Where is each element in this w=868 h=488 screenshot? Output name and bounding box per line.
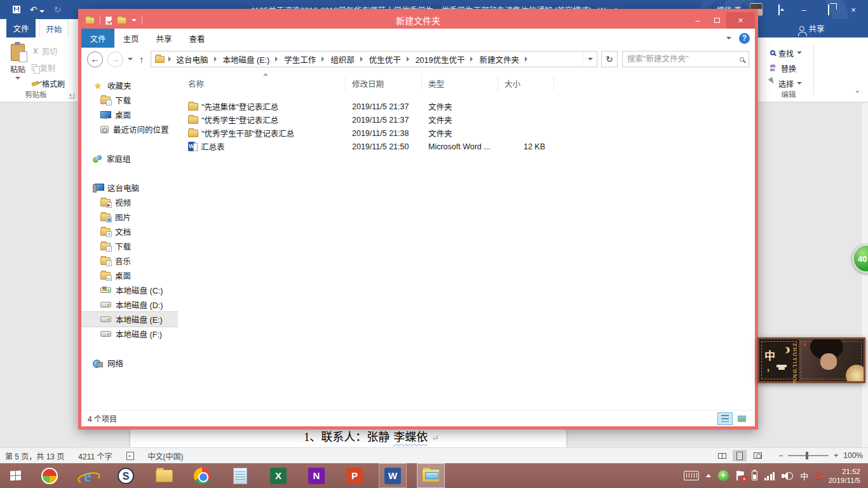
page-indicator[interactable]: 第 5 页，共 13 页 <box>5 451 64 461</box>
search-box[interactable] <box>622 51 749 67</box>
taskbar-onenote[interactable] <box>302 463 330 488</box>
start-button[interactable] <box>0 463 31 488</box>
360-safety-icon[interactable] <box>718 470 729 481</box>
column-type[interactable]: 类型 <box>422 76 498 91</box>
paste-button[interactable]: 粘贴 <box>6 43 29 96</box>
new-folder-icon[interactable] <box>117 17 126 24</box>
breadcrumb-yousheng[interactable]: 优生优干 <box>367 51 412 67</box>
sidebar-item-recent-places[interactable]: 最近访问的位置 <box>81 122 178 137</box>
explorer-close-button[interactable]: × <box>726 12 755 29</box>
replace-button[interactable]: 替换 <box>770 62 796 74</box>
details-view-button[interactable] <box>718 413 732 424</box>
taskbar-chrome[interactable] <box>188 463 216 488</box>
find-button[interactable]: 查找 <box>770 46 802 59</box>
explorer-tab-view[interactable]: 查看 <box>180 29 214 48</box>
breadcrumb-student-work[interactable]: 学生工作 <box>281 51 327 67</box>
touch-keyboard-icon[interactable] <box>684 471 699 480</box>
word-tab-home[interactable]: 开始 <box>39 19 69 37</box>
word-count[interactable]: 4211 个字 <box>78 451 112 461</box>
zoom-in-button[interactable]: + <box>834 451 838 460</box>
explorer-tab-share[interactable]: 共享 <box>147 29 180 48</box>
explorer-tab-home[interactable]: 主页 <box>114 29 147 48</box>
sidebar-item-pictures[interactable]: ▦图片 <box>81 210 178 224</box>
column-name[interactable]: 名称 <box>182 76 346 91</box>
properties-icon[interactable] <box>105 17 112 25</box>
cut-button[interactable]: 剪切 <box>32 44 57 57</box>
address-bar[interactable]: 这台电脑 本地磁盘 (E:) 学生工作 组织部 优生优干 2019优生优干 新建… <box>151 51 598 67</box>
refresh-button[interactable]: ↻ <box>601 51 618 67</box>
file-row[interactable]: "优秀学生"登记表汇总 2019/11/5 21:37 文件夹 <box>182 113 755 126</box>
zoom-level[interactable]: 100% <box>843 451 863 460</box>
sidebar-item-drive-d[interactable]: 本地磁盘 (D:) <box>81 297 178 312</box>
breadcrumb-this-pc[interactable]: 这台电脑 <box>166 51 219 67</box>
ribbon-display-options-icon[interactable] <box>771 5 787 15</box>
read-mode-button[interactable] <box>715 450 729 461</box>
taskbar-file-explorer[interactable] <box>417 463 445 488</box>
zoom-slider[interactable] <box>788 455 829 456</box>
sidebar-item-downloads-pc[interactable]: ↓下载 <box>81 239 178 254</box>
file-row[interactable]: 汇总表 2019/11/5 21:50 Microsoft Word ... 1… <box>182 140 755 153</box>
share-button[interactable]: 共享 <box>756 19 868 37</box>
word-restore-button[interactable] <box>820 5 837 15</box>
expand-ribbon-icon[interactable] <box>726 37 731 39</box>
undo-icon[interactable]: ↶ <box>30 5 44 14</box>
web-layout-button[interactable] <box>750 450 764 461</box>
sidebar-item-downloads[interactable]: ↓下载 <box>81 93 178 107</box>
network-signal-icon[interactable] <box>764 471 775 480</box>
back-button[interactable]: ← <box>87 51 103 67</box>
breadcrumb-org-dept[interactable]: 组织部 <box>328 51 365 67</box>
word-tab-file[interactable]: 文件 <box>6 19 36 37</box>
copy-button[interactable]: 复制 <box>32 61 55 74</box>
sidebar-item-desktop[interactable]: 桌面 <box>81 107 178 122</box>
large-icons-view-button[interactable] <box>735 413 749 424</box>
sidebar-item-drive-c[interactable]: 本地磁盘 (C:) <box>81 283 178 297</box>
breadcrumb-2019[interactable]: 2019优生优干 <box>413 51 476 67</box>
column-size[interactable]: 大小 <box>498 76 554 91</box>
qat-customize-icon[interactable] <box>132 19 137 22</box>
sidebar-item-drive-e[interactable]: 本地磁盘 (E:) <box>81 312 178 327</box>
taskbar-internet-explorer[interactable]: e <box>74 463 102 488</box>
taskbar-notepad[interactable] <box>226 463 254 488</box>
breadcrumb-drive-e[interactable]: 本地磁盘 (E:) <box>220 51 281 67</box>
show-hidden-icons[interactable] <box>706 474 711 477</box>
taskbar-sogou-browser[interactable] <box>112 463 140 488</box>
ime-skin-banner[interactable]: 中 , ZHUYILONG ♥ ♥ <box>757 337 865 383</box>
sidebar-item-drive-f[interactable]: 本地磁盘 (F:) <box>81 327 178 341</box>
proofing-icon[interactable] <box>126 452 134 460</box>
clock[interactable]: 21:52 2019/11/5 <box>829 467 863 485</box>
save-icon[interactable] <box>13 6 20 13</box>
sidebar-item-homegroup[interactable]: 家庭组 <box>81 151 178 166</box>
file-row[interactable]: "先进集体"登记表汇总 2019/11/5 21:37 文件夹 <box>182 100 755 113</box>
sidebar-item-music[interactable]: ♪音乐 <box>81 254 178 268</box>
address-dropdown-icon[interactable] <box>583 51 597 67</box>
sidebar-item-documents[interactable]: ≡文档 <box>81 224 178 239</box>
recent-locations-icon[interactable] <box>128 58 133 60</box>
search-input[interactable] <box>627 55 736 64</box>
help-icon[interactable] <box>739 33 750 44</box>
forward-button[interactable]: → <box>107 51 123 67</box>
taskbar-powerpoint[interactable] <box>341 463 369 488</box>
ime-language-indicator[interactable]: 中 <box>800 470 808 482</box>
battery-icon[interactable] <box>752 471 757 480</box>
language-indicator[interactable]: 中文(中国) <box>148 451 184 461</box>
select-button[interactable]: 选择 <box>770 77 802 90</box>
print-layout-button[interactable] <box>733 450 747 461</box>
collapse-ribbon-icon[interactable]: ⌃ <box>855 90 860 98</box>
sidebar-item-desktop-pc[interactable]: ▭桌面 <box>81 268 178 283</box>
search-icon[interactable] <box>740 57 744 62</box>
sidebar-item-videos[interactable]: ▶视频 <box>81 195 178 210</box>
taskbar-excel[interactable] <box>264 463 292 488</box>
clipboard-dialog-launcher[interactable] <box>69 93 74 98</box>
word-close-button[interactable]: × <box>845 5 862 15</box>
action-center-flag-icon[interactable]: × <box>736 471 745 480</box>
taskbar-sogou-pinwheel[interactable] <box>36 463 64 488</box>
volume-icon[interactable] <box>782 471 793 480</box>
explorer-minimize-button[interactable]: – <box>688 12 707 29</box>
file-row[interactable]: "优秀学生干部"登记表汇总 2019/11/5 21:38 文件夹 <box>182 126 755 140</box>
taskbar-word[interactable] <box>379 463 407 488</box>
sidebar-item-favorites[interactable]: ★收藏夹 <box>81 78 178 93</box>
up-button[interactable]: ↑ <box>137 54 146 65</box>
taskbar-folder[interactable] <box>150 463 178 488</box>
word-minimize-button[interactable]: – <box>796 5 812 15</box>
redo-icon[interactable]: ↻ <box>54 5 62 14</box>
